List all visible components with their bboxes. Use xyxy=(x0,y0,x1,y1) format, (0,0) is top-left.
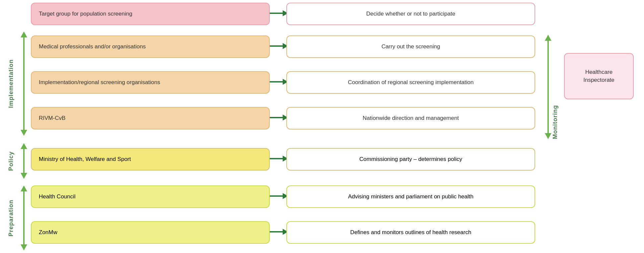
box-impl-regional: Implementation/regional screening organi… xyxy=(31,71,270,94)
box-commissioning: Commissioning party – determines policy xyxy=(286,148,535,171)
policy-arrow xyxy=(20,143,28,179)
box-medical: Medical professionals and/or organisatio… xyxy=(31,35,270,58)
box-carry-out: Carry out the screening xyxy=(286,35,535,58)
diagram: Implementation Policy Preparation Target… xyxy=(0,0,644,253)
policy-label: Policy xyxy=(6,143,16,179)
preparation-label: Preparation xyxy=(6,185,16,250)
monitoring-label: Monitoring xyxy=(550,35,560,139)
box-coordination: Coordination of regional screening imple… xyxy=(286,71,535,94)
arrow-ministry xyxy=(270,158,288,159)
box-nationwide: Nationwide direction and management xyxy=(286,107,535,129)
implementation-arrow xyxy=(20,31,28,136)
preparation-arrow xyxy=(20,185,28,250)
box-advising: Advising ministers and parliament on pub… xyxy=(286,185,535,208)
box-zonmw: ZonMw xyxy=(31,221,270,244)
arrow-medical xyxy=(270,45,288,47)
arrow-health-council xyxy=(270,195,288,197)
box-health-council: Health Council xyxy=(31,185,270,208)
implementation-label: Implementation xyxy=(6,31,16,136)
box-target-group: Target group for population screening xyxy=(31,3,270,25)
healthcare-inspectorate-box: Healthcare Inspectorate xyxy=(564,53,634,99)
arrow-rivm xyxy=(270,117,288,118)
box-rivm: RIVM-CvB xyxy=(31,107,270,129)
arrow-zonmw xyxy=(270,231,288,232)
box-ministry: Ministry of Health, Welfare and Sport xyxy=(31,148,270,171)
box-decide: Decide whether or not to participate xyxy=(286,3,535,25)
arrow-impl xyxy=(270,81,288,82)
arrow-target xyxy=(270,13,288,14)
box-defines: Defines and monitors outlines of health … xyxy=(286,221,535,244)
